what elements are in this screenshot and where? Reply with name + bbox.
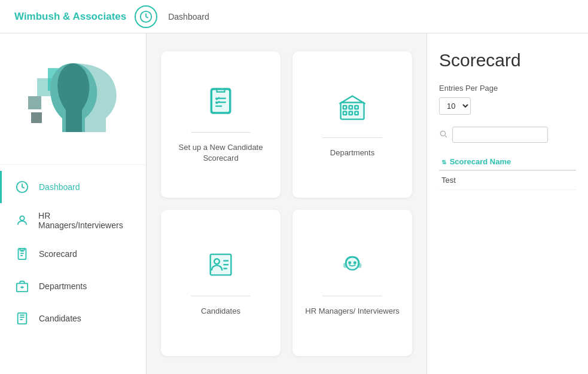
svg-rect-33 [358,263,361,268]
content-area: Set up a New Candidate Scorecard [147,33,588,374]
sort-icon: ⇅ [441,159,446,165]
sidebar-item-departments[interactable]: Departments [0,270,146,302]
scorecard-panel: Scorecard Entries Per Page 10 25 50 [426,33,588,374]
card-label-candidates: Candidates [201,306,240,317]
svg-rect-4 [31,112,42,123]
card-label-hr-managers: HR Managers/ Interviewers [305,306,400,317]
svg-rect-3 [28,96,41,109]
dashboard-icon [14,179,31,195]
topbar: Wimbush & Associates Dashboard [0,0,588,33]
svg-point-30 [349,262,351,263]
sidebar-item-candidates[interactable]: Candidates [0,302,146,335]
sidebar-item-label-departments: Departments [39,281,87,291]
svg-rect-32 [344,263,346,268]
candidates-icon [14,310,31,327]
sidebar: Dashboard HR Managers/Interviewers [0,33,147,374]
new-scorecard-card-icon [205,85,236,122]
scorecard-name-cell: Test [439,170,576,190]
card-new-scorecard[interactable]: Set up a New Candidate Scorecard [161,51,281,198]
topbar-logo-icon [135,5,157,28]
svg-rect-12 [212,89,230,112]
topbar-dashboard-label: Dashboard [168,12,209,22]
svg-point-34 [440,131,445,136]
scorecard-name-column-header[interactable]: ⇅ Scorecard Name [439,154,576,170]
scorecard-table: ⇅ Scorecard Name Test [439,154,576,190]
candidates-card-icon [205,249,236,286]
scorecard-search-input[interactable] [452,127,548,143]
entries-per-page-label: Entries Per Page [439,84,576,93]
sidebar-item-scorecard[interactable]: Scorecard [0,238,146,270]
sidebar-item-hr-managers[interactable]: HR Managers/Interviewers [0,203,146,238]
card-divider-2 [322,137,383,138]
card-label-new-scorecard: Set up a New Candidate Scorecard [170,142,271,164]
sidebar-item-label-scorecard: Scorecard [39,249,77,259]
card-hr-managers[interactable]: HR Managers/ Interviewers [293,210,412,356]
hr-managers-card-icon [337,249,368,286]
hr-managers-icon [14,212,30,229]
svg-line-35 [445,136,447,137]
sidebar-item-label-dashboard: Dashboard [39,182,80,192]
sidebar-item-label-candidates: Candidates [39,314,81,323]
main-layout: Dashboard HR Managers/Interviewers [0,33,588,374]
card-divider-1 [191,132,251,133]
departments-card-icon [337,91,368,128]
sidebar-item-label-hr: HR Managers/Interviewers [38,211,134,230]
scorecard-icon [14,246,31,262]
svg-point-31 [354,262,356,263]
search-row [439,127,576,143]
table-row: Test [439,170,576,190]
sidebar-logo-area [0,33,146,165]
card-divider-4 [322,296,383,296]
svg-point-6 [20,216,24,220]
svg-rect-11 [18,313,27,324]
sidebar-item-dashboard[interactable]: Dashboard [0,171,146,203]
brand-name: Wimbush & Associates [14,11,126,23]
scorecard-panel-title: Scorecard [439,50,576,70]
departments-icon [14,278,31,295]
card-departments[interactable]: Departments [293,51,412,198]
entries-select-wrap: 10 25 50 [439,97,576,115]
card-divider-3 [191,296,251,296]
dashboard-grid: Set up a New Candidate Scorecard [147,33,426,374]
entries-select[interactable]: 10 25 50 [439,97,471,115]
card-label-departments: Departments [330,148,374,158]
card-candidates[interactable]: Candidates [161,210,281,356]
search-icon [439,130,447,140]
sidebar-nav: Dashboard HR Managers/Interviewers [0,165,146,341]
